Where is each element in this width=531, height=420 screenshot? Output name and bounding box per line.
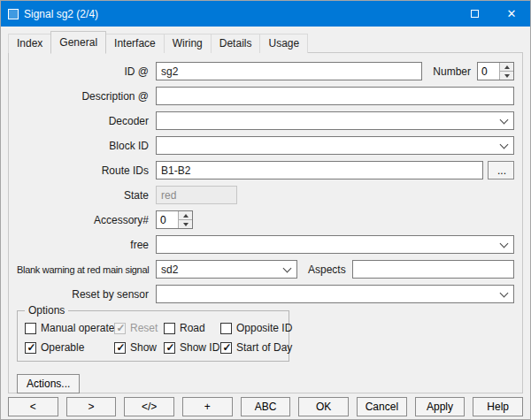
arrow-down-icon xyxy=(183,223,189,226)
checkbox-box xyxy=(114,342,126,354)
route-ids-input[interactable] xyxy=(156,161,483,179)
blank-warning-select[interactable]: sd2 xyxy=(156,260,297,279)
checkbox-box xyxy=(25,323,36,334)
add-button[interactable]: + xyxy=(182,397,233,416)
checkbox-label: Reset xyxy=(130,322,158,334)
checkbox-start-of-day[interactable]: Start of Day xyxy=(220,341,292,354)
options-checkbox-grid: Manual operated Reset Road Opposite ID O… xyxy=(25,322,281,354)
number-stepper xyxy=(477,62,514,80)
dialog-window: Signal sg2 (2/4) ✕ Index General Interfa… xyxy=(0,0,531,420)
next-button[interactable]: > xyxy=(66,397,117,416)
titlebar: Signal sg2 (2/4) ✕ xyxy=(1,1,530,27)
cancel-button[interactable]: Cancel xyxy=(357,397,407,416)
close-icon: ✕ xyxy=(507,8,517,19)
accessory-spin-up-button[interactable] xyxy=(179,211,192,220)
tab-index[interactable]: Index xyxy=(8,34,51,53)
chevron-down-icon xyxy=(500,288,509,297)
help-button[interactable]: Help xyxy=(473,397,523,416)
accessory-input[interactable] xyxy=(157,211,178,228)
reset-by-sensor-select[interactable] xyxy=(156,285,514,303)
checkbox-label: Show ID xyxy=(180,341,219,354)
maximize-button[interactable] xyxy=(456,1,493,27)
checkbox-box xyxy=(220,342,232,354)
checkbox-label: Operable xyxy=(41,341,84,354)
state-input xyxy=(156,186,237,204)
tab-bar: Index General Interface Wiring Details U… xyxy=(1,27,530,53)
row-accessory: Accessory# xyxy=(17,210,514,229)
checkbox-opposite-id[interactable]: Opposite ID xyxy=(220,322,292,334)
checkbox-label: Start of Day xyxy=(236,341,292,354)
row-decoder: Decoder xyxy=(17,111,514,130)
titlebar-buttons: ✕ xyxy=(456,1,530,27)
aspects-input[interactable] xyxy=(352,260,514,279)
code-button[interactable]: </> xyxy=(124,397,174,416)
route-ids-label: Route IDs xyxy=(17,164,156,177)
checkbox-label: Road xyxy=(180,322,205,334)
checkbox-reset: Reset xyxy=(114,322,164,334)
bottom-button-bar: < > </> + ABC OK Cancel Apply Help xyxy=(1,394,530,419)
window-title: Signal sg2 (2/4) xyxy=(24,8,98,20)
accessory-spin-down-button[interactable] xyxy=(179,220,192,228)
accessory-stepper xyxy=(156,210,193,229)
arrow-up-icon xyxy=(183,214,189,218)
checkbox-label: Show xyxy=(130,341,157,354)
checkbox-box xyxy=(25,342,36,354)
state-label: State xyxy=(17,189,156,202)
tab-wiring[interactable]: Wiring xyxy=(164,34,212,53)
checkbox-road[interactable]: Road xyxy=(164,322,220,334)
block-id-label: Block ID xyxy=(17,140,156,152)
checkbox-label: Opposite ID xyxy=(236,322,292,334)
block-id-select[interactable] xyxy=(156,136,514,155)
number-spin-down-button[interactable] xyxy=(500,72,513,80)
ok-button[interactable]: OK xyxy=(298,397,349,416)
decoder-select[interactable] xyxy=(156,111,514,130)
chevron-down-icon xyxy=(500,239,509,248)
number-label: Number xyxy=(422,65,477,78)
description-input[interactable] xyxy=(156,87,514,105)
checkbox-box xyxy=(164,342,175,354)
tab-general[interactable]: General xyxy=(50,31,106,54)
maximize-icon xyxy=(471,10,479,18)
id-input[interactable] xyxy=(156,62,422,80)
aspects-label: Aspects xyxy=(297,263,352,276)
tab-details[interactable]: Details xyxy=(211,34,261,53)
apply-button[interactable]: Apply xyxy=(415,397,466,416)
chevron-down-icon xyxy=(500,140,509,149)
tab-usage[interactable]: Usage xyxy=(259,34,308,53)
blank-warning-value: sd2 xyxy=(161,263,281,276)
id-label: ID @ xyxy=(17,65,156,78)
chevron-down-icon xyxy=(283,263,292,272)
prev-button[interactable]: < xyxy=(8,397,58,416)
free-select[interactable] xyxy=(156,235,514,254)
free-label: free xyxy=(17,239,156,251)
tab-page-general: ID @ Number Description @ Decoder xyxy=(8,52,523,393)
checkbox-manual-operated[interactable]: Manual operated xyxy=(25,322,114,334)
checkbox-show-id[interactable]: Show ID xyxy=(164,341,220,354)
options-group: Options Manual operated Reset Road Oppos… xyxy=(17,310,289,362)
actions-button[interactable]: Actions... xyxy=(17,374,80,393)
row-reset-by-sensor: Reset by sensor xyxy=(17,285,514,303)
actions-row: Actions... xyxy=(17,374,514,393)
accessory-label: Accessory# xyxy=(17,214,156,226)
row-id: ID @ Number xyxy=(17,62,514,80)
checkbox-box xyxy=(220,323,232,334)
chevron-down-icon xyxy=(500,115,509,124)
number-input[interactable] xyxy=(478,63,499,80)
row-blank-warning: Blank warning at red main signal sd2 Asp… xyxy=(17,260,514,279)
number-spin-up-button[interactable] xyxy=(500,63,513,72)
row-free: free xyxy=(17,235,514,254)
route-ids-browse-button[interactable]: ... xyxy=(488,161,514,179)
checkbox-show[interactable]: Show xyxy=(114,341,164,354)
row-description: Description @ xyxy=(17,87,514,105)
checkbox-operable[interactable]: Operable xyxy=(25,341,114,354)
close-button[interactable]: ✕ xyxy=(493,1,530,27)
checkbox-box xyxy=(114,323,126,334)
app-icon xyxy=(8,9,19,19)
abc-button[interactable]: ABC xyxy=(241,397,291,416)
tab-interface[interactable]: Interface xyxy=(105,34,165,53)
checkbox-label: Manual operated xyxy=(41,322,120,334)
reset-by-sensor-label: Reset by sensor xyxy=(17,288,156,301)
description-label: Description @ xyxy=(17,90,156,103)
decoder-label: Decoder xyxy=(17,115,156,127)
arrow-down-icon xyxy=(504,74,510,78)
